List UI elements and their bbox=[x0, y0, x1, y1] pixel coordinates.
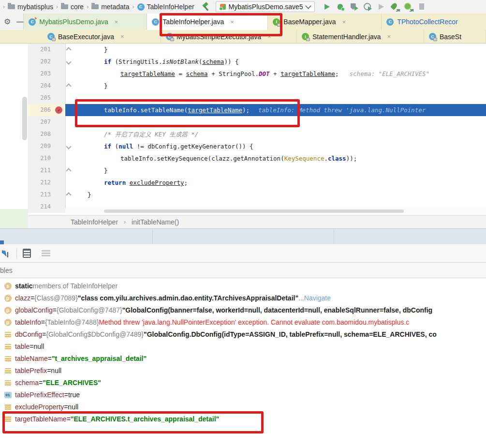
breadcrumb-item[interactable]: mybatisplus bbox=[8, 3, 53, 11]
variable-row-tableName[interactable]: tableName = "t_archives_appraisal_detail… bbox=[0, 353, 486, 365]
gutter-line-212[interactable]: 212 bbox=[28, 177, 65, 189]
editor-tab-tableinfohelper-java[interactable]: CTableInfoHelper.java× bbox=[147, 14, 268, 30]
breakpoint-icon[interactable]: ✓ bbox=[55, 106, 62, 114]
code-token: null bbox=[118, 143, 133, 150]
debugger-toolbar bbox=[0, 244, 486, 263]
variable-row-tablePrefixEffect[interactable]: 01tablePrefixEffect = true bbox=[0, 389, 486, 401]
code-token: (StringUtils. bbox=[111, 58, 162, 65]
editor-tab-statementhandler-java[interactable]: IStatementHandler.java× bbox=[297, 30, 424, 43]
chevron-icon: › bbox=[132, 3, 135, 10]
field-icon bbox=[5, 344, 11, 350]
gutter-line-209[interactable]: 209 bbox=[28, 140, 65, 152]
jrebel-debug-icon[interactable]: JR bbox=[404, 2, 412, 11]
profiler-icon[interactable] bbox=[363, 2, 372, 11]
show-execution-point-icon[interactable] bbox=[1, 249, 11, 258]
build-hammer-icon[interactable] bbox=[201, 2, 211, 12]
gutter-line-207[interactable]: 207 bbox=[28, 116, 65, 128]
code-line-213[interactable]: } bbox=[65, 189, 486, 201]
horizontal-scrollbar[interactable] bbox=[65, 209, 486, 214]
breadcrumb-item[interactable]: TableInfoHelper bbox=[71, 218, 118, 226]
editor-tab-mybatisplusdemo-java[interactable]: CMybatisPlusDemo.java× bbox=[24, 14, 147, 30]
gutter-line-210[interactable]: 210 bbox=[28, 152, 65, 164]
code-area[interactable]: }if (StringUtils.isNotBlank(schema)) {ta… bbox=[65, 44, 486, 213]
code-line-210[interactable]: tableInfo.setKeySequence(clazz.getAnnota… bbox=[65, 152, 486, 164]
variable-row-static[interactable]: sstatic members of TableInfoHelper bbox=[0, 280, 486, 292]
hide-panel-icon[interactable]: — bbox=[16, 18, 23, 26]
close-icon[interactable]: × bbox=[120, 33, 124, 40]
variable-row-schema[interactable]: schema = "ELE_ARCHIVES" bbox=[0, 377, 486, 389]
code-editor[interactable]: 201202203204205206✓207208209210211212213… bbox=[0, 44, 486, 215]
code-line-207[interactable] bbox=[65, 116, 486, 128]
layout-settings-icon[interactable] bbox=[42, 250, 50, 256]
editor-tab-basest[interactable]: CBaseSt bbox=[424, 30, 486, 43]
gutter-line-206[interactable]: 206✓ bbox=[28, 104, 65, 116]
editor-tab-baseexecutor-java[interactable]: CBaseExecutor.java× bbox=[43, 30, 161, 43]
code-token: KeySequence bbox=[284, 155, 324, 162]
code-line-211[interactable]: } bbox=[65, 164, 486, 177]
editor-scrollbar-thumb[interactable] bbox=[22, 97, 27, 140]
code-line-203[interactable]: targetTableName = schema + StringPool.DO… bbox=[65, 68, 486, 80]
code-line-201[interactable]: } bbox=[65, 44, 486, 56]
gutter-line-214[interactable]: 214 bbox=[28, 201, 65, 213]
code-token: . bbox=[324, 155, 328, 162]
variable-row-tablePrefix[interactable]: tablePrefix = null bbox=[0, 365, 486, 377]
code-line-205[interactable] bbox=[65, 92, 486, 104]
variable-text: excludeProperty bbox=[15, 401, 64, 413]
variable-row-clazz[interactable]: pclazz = {Class@7089} "class com.yilu.ar… bbox=[0, 292, 486, 304]
variable-row-dbConfig[interactable]: dbConfig = {GlobalConfig$DbConfig@7489} … bbox=[0, 329, 486, 341]
code-line-212[interactable]: return excludeProperty; bbox=[65, 177, 486, 189]
jrebel-run-icon[interactable]: JR bbox=[390, 2, 399, 11]
variable-row-targetTableName[interactable]: targetTableName = "ELE_ARCHIVES.t_archiv… bbox=[0, 413, 486, 425]
run-icon[interactable] bbox=[323, 2, 331, 11]
code-line-206[interactable]: tableInfo.setTableName(targetTableName);… bbox=[65, 104, 486, 116]
editor-gutter[interactable]: 201202203204205206✓207208209210211212213… bbox=[28, 44, 66, 213]
variable-row-globalConfig[interactable]: pglobalConfig = {GlobalConfig@7487} "Glo… bbox=[0, 304, 486, 316]
gutter-line-211[interactable]: 211 bbox=[28, 164, 65, 177]
code-line-204[interactable]: } bbox=[65, 80, 486, 92]
horizontal-scrollbar-thumb[interactable] bbox=[104, 209, 404, 213]
gutter-line-203[interactable]: 203 bbox=[28, 68, 65, 80]
evaluate-expression-icon[interactable] bbox=[23, 249, 31, 258]
navigate-link[interactable]: Navigate bbox=[304, 292, 331, 304]
editor-tab-basemapper-java[interactable]: IBaseMapper.java× bbox=[268, 14, 382, 30]
code-line-202[interactable]: if (StringUtils.isNotBlank(schema)) { bbox=[65, 56, 486, 68]
close-icon[interactable]: × bbox=[342, 18, 346, 26]
variable-text: {GlobalConfig@7487} bbox=[57, 304, 122, 316]
close-icon[interactable]: × bbox=[267, 33, 271, 40]
variable-row-tableInfo[interactable]: ptableInfo = {TableInfo@7488} Method thr… bbox=[0, 316, 486, 329]
gutter-line-201[interactable]: 201 bbox=[28, 44, 65, 56]
editor-breadcrumb[interactable]: TableInfoHelper›initTableName() bbox=[28, 215, 486, 228]
jr-badge: JR bbox=[396, 9, 400, 12]
variable-row-excludeProperty[interactable]: excludeProperty = null bbox=[0, 401, 486, 413]
breadcrumb-item[interactable]: metadata bbox=[91, 3, 129, 11]
gutter-line-204[interactable]: 204 bbox=[28, 80, 65, 92]
tab-label: MybatisPlusDemo.java bbox=[39, 18, 108, 26]
clipped-icon[interactable] bbox=[417, 2, 426, 11]
breadcrumb-item[interactable]: CTableInfoHelper bbox=[137, 3, 194, 11]
close-icon[interactable]: × bbox=[387, 33, 391, 40]
breadcrumb-item[interactable]: initTableName() bbox=[132, 218, 179, 226]
inline-debug-hint: schema: "ELE_ARCHIVES" bbox=[350, 70, 430, 77]
editor-tab-tphotocollectrecor[interactable]: CTPhotoCollectRecor bbox=[382, 14, 486, 30]
run-configuration-select[interactable]: MybatisPlusDemo.save5 bbox=[216, 1, 315, 12]
gear-icon[interactable]: ⚙ bbox=[4, 18, 11, 26]
gutter-line-213[interactable]: 213 bbox=[28, 189, 65, 201]
code-line-209[interactable]: if (null != dbConfig.getKeyGenerator()) … bbox=[65, 140, 486, 152]
close-icon[interactable]: × bbox=[230, 18, 234, 26]
variable-row-table[interactable]: table = null bbox=[0, 341, 486, 353]
gutter-line-202[interactable]: 202 bbox=[28, 56, 65, 68]
run-with-coverage-icon[interactable] bbox=[350, 2, 358, 11]
variables-panel[interactable]: sstatic members of TableInfoHelperpclazz… bbox=[0, 278, 486, 448]
gutter-line-208[interactable]: 208 bbox=[28, 128, 65, 140]
editor-tab-mybatissimpleexecutor-java[interactable]: CMybatisSimpleExecutor.java× bbox=[161, 30, 297, 43]
code-token: ; bbox=[335, 70, 339, 77]
close-icon[interactable]: × bbox=[115, 18, 118, 26]
code-token: ); bbox=[242, 106, 250, 114]
variable-text: = bbox=[47, 365, 51, 377]
breadcrumb-item[interactable]: core bbox=[61, 3, 84, 11]
code-line-208[interactable]: /* 开启了自定义 KEY 生成器 */ bbox=[65, 128, 486, 140]
run-disabled-icon[interactable] bbox=[377, 2, 385, 11]
debug-icon[interactable] bbox=[336, 2, 345, 11]
gutter-line-205[interactable]: 205 bbox=[28, 92, 65, 104]
code-token: + StringPool. bbox=[208, 70, 259, 77]
